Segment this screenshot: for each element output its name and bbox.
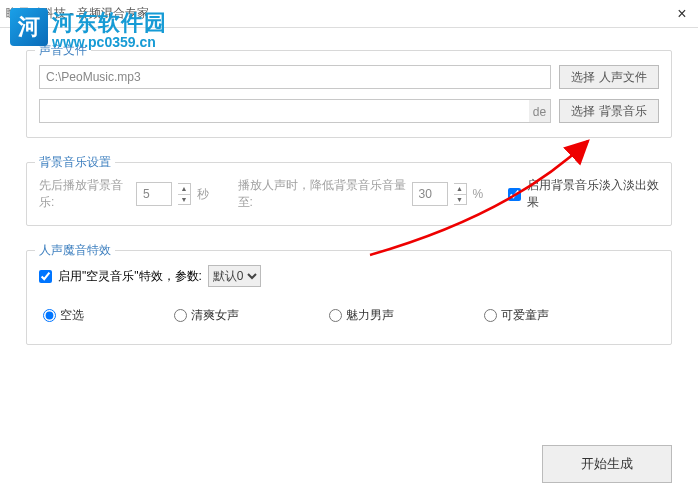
radio-empty-label: 空选 bbox=[60, 307, 84, 324]
select-voice-button[interactable]: 选择 人声文件 bbox=[559, 65, 659, 89]
voice-effects-group: 人声魔音特效 启用"空灵音乐"特效，参数: 默认0 空选 清爽女声 魅力男声 bbox=[26, 250, 672, 345]
radio-child-label: 可爱童声 bbox=[501, 307, 549, 324]
fade-label: 启用背景音乐淡入淡出效果 bbox=[527, 177, 659, 211]
radio-child-input[interactable] bbox=[484, 309, 497, 322]
enable-effect-checkbox[interactable] bbox=[39, 270, 52, 283]
radio-male-input[interactable] bbox=[329, 309, 342, 322]
radio-female-input[interactable] bbox=[174, 309, 187, 322]
reduce-spinner[interactable]: ▲▼ bbox=[454, 183, 467, 205]
voice-file-group-title: 声音文件 bbox=[35, 42, 91, 59]
fade-checkbox[interactable] bbox=[508, 188, 521, 201]
voice-path-input[interactable] bbox=[39, 65, 551, 89]
radio-empty[interactable]: 空选 bbox=[43, 307, 84, 324]
titlebar: 瞻天瞰科技 - 音频混合专家 × bbox=[0, 0, 698, 28]
radio-male[interactable]: 魅力男声 bbox=[329, 307, 394, 324]
percent-unit: % bbox=[473, 187, 484, 201]
bg-settings-title: 背景音乐设置 bbox=[35, 154, 115, 171]
de-suffix-label: de bbox=[529, 99, 551, 123]
voice-effects-title: 人声魔音特效 bbox=[35, 242, 115, 259]
chevron-up-icon[interactable]: ▲ bbox=[454, 184, 466, 195]
close-icon[interactable]: × bbox=[672, 4, 692, 24]
reduce-volume-label: 播放人声时，降低背景音乐音量至: bbox=[238, 177, 406, 211]
bgm-path-input[interactable] bbox=[39, 99, 530, 123]
chevron-up-icon[interactable]: ▲ bbox=[178, 184, 190, 195]
preplay-spinner[interactable]: ▲▼ bbox=[178, 183, 191, 205]
bg-settings-group: 背景音乐设置 先后播放背景音乐: ▲▼ 秒 播放人声时，降低背景音乐音量至: ▲… bbox=[26, 162, 672, 226]
radio-female[interactable]: 清爽女声 bbox=[174, 307, 239, 324]
radio-child[interactable]: 可爱童声 bbox=[484, 307, 549, 324]
reduce-volume-input[interactable] bbox=[412, 182, 448, 206]
preplay-label: 先后播放背景音乐: bbox=[39, 177, 130, 211]
radio-empty-input[interactable] bbox=[43, 309, 56, 322]
voice-file-group: 声音文件 选择 人声文件 de 选择 背景音乐 bbox=[26, 50, 672, 138]
chevron-down-icon[interactable]: ▼ bbox=[178, 195, 190, 205]
preplay-seconds-input[interactable] bbox=[136, 182, 172, 206]
chevron-down-icon[interactable]: ▼ bbox=[454, 195, 466, 205]
radio-female-label: 清爽女声 bbox=[191, 307, 239, 324]
window-title: 瞻天瞰科技 - 音频混合专家 bbox=[6, 5, 149, 22]
enable-effect-label: 启用"空灵音乐"特效，参数: bbox=[58, 268, 202, 285]
effect-param-select[interactable]: 默认0 bbox=[208, 265, 261, 287]
generate-button[interactable]: 开始生成 bbox=[542, 445, 672, 483]
select-bgm-button[interactable]: 选择 背景音乐 bbox=[559, 99, 659, 123]
seconds-unit: 秒 bbox=[197, 186, 209, 203]
radio-male-label: 魅力男声 bbox=[346, 307, 394, 324]
